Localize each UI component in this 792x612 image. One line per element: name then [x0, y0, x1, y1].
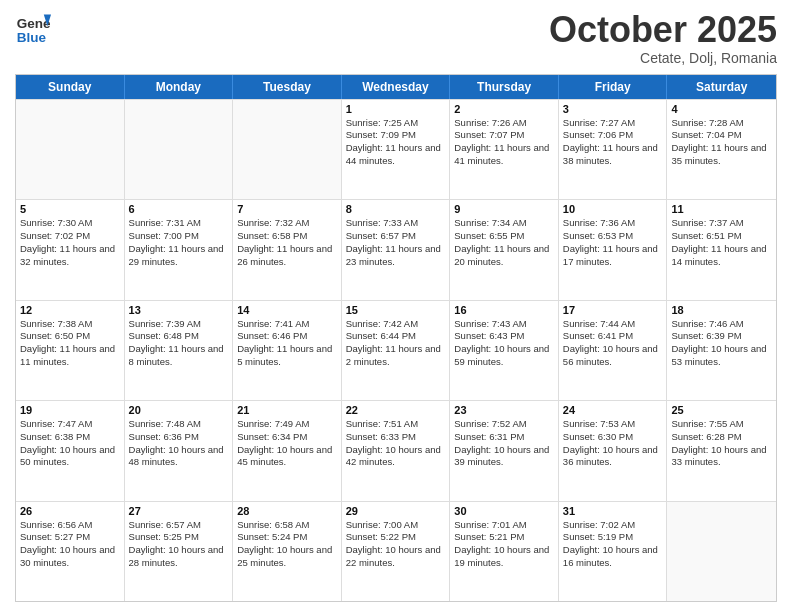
cell-info: Sunrise: 7:42 AMSunset: 6:44 PMDaylight:… [346, 318, 446, 369]
cell-info: Sunrise: 7:43 AMSunset: 6:43 PMDaylight:… [454, 318, 554, 369]
cell-info: Sunrise: 7:34 AMSunset: 6:55 PMDaylight:… [454, 217, 554, 268]
header-friday: Friday [559, 75, 668, 99]
calendar-cell-w5-d1: 26Sunrise: 6:56 AMSunset: 5:27 PMDayligh… [16, 502, 125, 601]
calendar-week-3: 12Sunrise: 7:38 AMSunset: 6:50 PMDayligh… [16, 300, 776, 400]
calendar-cell-w1-d2 [125, 100, 234, 199]
calendar-cell-w2-d3: 7Sunrise: 7:32 AMSunset: 6:58 PMDaylight… [233, 200, 342, 299]
day-number: 1 [346, 103, 446, 115]
header-wednesday: Wednesday [342, 75, 451, 99]
day-number: 30 [454, 505, 554, 517]
day-number: 21 [237, 404, 337, 416]
cell-info: Sunrise: 6:58 AMSunset: 5:24 PMDaylight:… [237, 519, 337, 570]
cell-info: Sunrise: 7:26 AMSunset: 7:07 PMDaylight:… [454, 117, 554, 168]
cell-info: Sunrise: 7:47 AMSunset: 6:38 PMDaylight:… [20, 418, 120, 469]
calendar-cell-w4-d2: 20Sunrise: 7:48 AMSunset: 6:36 PMDayligh… [125, 401, 234, 500]
calendar-cell-w5-d3: 28Sunrise: 6:58 AMSunset: 5:24 PMDayligh… [233, 502, 342, 601]
calendar-cell-w3-d1: 12Sunrise: 7:38 AMSunset: 6:50 PMDayligh… [16, 301, 125, 400]
cell-info: Sunrise: 7:39 AMSunset: 6:48 PMDaylight:… [129, 318, 229, 369]
day-number: 4 [671, 103, 772, 115]
calendar-body: 1Sunrise: 7:25 AMSunset: 7:09 PMDaylight… [16, 99, 776, 601]
cell-info: Sunrise: 7:46 AMSunset: 6:39 PMDaylight:… [671, 318, 772, 369]
calendar-week-1: 1Sunrise: 7:25 AMSunset: 7:09 PMDaylight… [16, 99, 776, 199]
calendar-cell-w2-d6: 10Sunrise: 7:36 AMSunset: 6:53 PMDayligh… [559, 200, 668, 299]
day-number: 19 [20, 404, 120, 416]
calendar-cell-w1-d1 [16, 100, 125, 199]
calendar-cell-w4-d4: 22Sunrise: 7:51 AMSunset: 6:33 PMDayligh… [342, 401, 451, 500]
month-title: October 2025 [549, 10, 777, 50]
calendar-cell-w1-d4: 1Sunrise: 7:25 AMSunset: 7:09 PMDaylight… [342, 100, 451, 199]
cell-info: Sunrise: 6:57 AMSunset: 5:25 PMDaylight:… [129, 519, 229, 570]
calendar-week-5: 26Sunrise: 6:56 AMSunset: 5:27 PMDayligh… [16, 501, 776, 601]
calendar-header: Sunday Monday Tuesday Wednesday Thursday… [16, 75, 776, 99]
day-number: 20 [129, 404, 229, 416]
calendar-cell-w3-d5: 16Sunrise: 7:43 AMSunset: 6:43 PMDayligh… [450, 301, 559, 400]
cell-info: Sunrise: 7:02 AMSunset: 5:19 PMDaylight:… [563, 519, 663, 570]
calendar-cell-w2-d2: 6Sunrise: 7:31 AMSunset: 7:00 PMDaylight… [125, 200, 234, 299]
calendar-cell-w5-d7 [667, 502, 776, 601]
calendar-cell-w1-d7: 4Sunrise: 7:28 AMSunset: 7:04 PMDaylight… [667, 100, 776, 199]
calendar-cell-w2-d5: 9Sunrise: 7:34 AMSunset: 6:55 PMDaylight… [450, 200, 559, 299]
calendar-cell-w5-d2: 27Sunrise: 6:57 AMSunset: 5:25 PMDayligh… [125, 502, 234, 601]
cell-info: Sunrise: 7:37 AMSunset: 6:51 PMDaylight:… [671, 217, 772, 268]
calendar-cell-w1-d3 [233, 100, 342, 199]
day-number: 3 [563, 103, 663, 115]
cell-info: Sunrise: 7:33 AMSunset: 6:57 PMDaylight:… [346, 217, 446, 268]
header-thursday: Thursday [450, 75, 559, 99]
cell-info: Sunrise: 7:36 AMSunset: 6:53 PMDaylight:… [563, 217, 663, 268]
calendar-cell-w1-d6: 3Sunrise: 7:27 AMSunset: 7:06 PMDaylight… [559, 100, 668, 199]
calendar: Sunday Monday Tuesday Wednesday Thursday… [15, 74, 777, 602]
title-block: October 2025 Cetate, Dolj, Romania [549, 10, 777, 66]
cell-info: Sunrise: 7:41 AMSunset: 6:46 PMDaylight:… [237, 318, 337, 369]
day-number: 9 [454, 203, 554, 215]
cell-info: Sunrise: 7:55 AMSunset: 6:28 PMDaylight:… [671, 418, 772, 469]
calendar-cell-w4-d1: 19Sunrise: 7:47 AMSunset: 6:38 PMDayligh… [16, 401, 125, 500]
calendar-cell-w4-d6: 24Sunrise: 7:53 AMSunset: 6:30 PMDayligh… [559, 401, 668, 500]
day-number: 18 [671, 304, 772, 316]
day-number: 6 [129, 203, 229, 215]
logo-icon: General Blue [15, 10, 51, 46]
calendar-week-4: 19Sunrise: 7:47 AMSunset: 6:38 PMDayligh… [16, 400, 776, 500]
cell-info: Sunrise: 7:44 AMSunset: 6:41 PMDaylight:… [563, 318, 663, 369]
day-number: 17 [563, 304, 663, 316]
cell-info: Sunrise: 7:49 AMSunset: 6:34 PMDaylight:… [237, 418, 337, 469]
cell-info: Sunrise: 7:38 AMSunset: 6:50 PMDaylight:… [20, 318, 120, 369]
calendar-cell-w1-d5: 2Sunrise: 7:26 AMSunset: 7:07 PMDaylight… [450, 100, 559, 199]
cell-info: Sunrise: 7:53 AMSunset: 6:30 PMDaylight:… [563, 418, 663, 469]
logo: General Blue [15, 10, 51, 46]
day-number: 23 [454, 404, 554, 416]
calendar-cell-w4-d3: 21Sunrise: 7:49 AMSunset: 6:34 PMDayligh… [233, 401, 342, 500]
header-sunday: Sunday [16, 75, 125, 99]
calendar-cell-w3-d7: 18Sunrise: 7:46 AMSunset: 6:39 PMDayligh… [667, 301, 776, 400]
day-number: 14 [237, 304, 337, 316]
calendar-cell-w2-d4: 8Sunrise: 7:33 AMSunset: 6:57 PMDaylight… [342, 200, 451, 299]
calendar-cell-w3-d4: 15Sunrise: 7:42 AMSunset: 6:44 PMDayligh… [342, 301, 451, 400]
cell-info: Sunrise: 7:48 AMSunset: 6:36 PMDaylight:… [129, 418, 229, 469]
header-saturday: Saturday [667, 75, 776, 99]
cell-info: Sunrise: 6:56 AMSunset: 5:27 PMDaylight:… [20, 519, 120, 570]
calendar-cell-w3-d3: 14Sunrise: 7:41 AMSunset: 6:46 PMDayligh… [233, 301, 342, 400]
day-number: 15 [346, 304, 446, 316]
day-number: 13 [129, 304, 229, 316]
cell-info: Sunrise: 7:51 AMSunset: 6:33 PMDaylight:… [346, 418, 446, 469]
calendar-cell-w5-d5: 30Sunrise: 7:01 AMSunset: 5:21 PMDayligh… [450, 502, 559, 601]
calendar-cell-w3-d6: 17Sunrise: 7:44 AMSunset: 6:41 PMDayligh… [559, 301, 668, 400]
day-number: 28 [237, 505, 337, 517]
cell-info: Sunrise: 7:31 AMSunset: 7:00 PMDaylight:… [129, 217, 229, 268]
calendar-cell-w2-d7: 11Sunrise: 7:37 AMSunset: 6:51 PMDayligh… [667, 200, 776, 299]
header-monday: Monday [125, 75, 234, 99]
cell-info: Sunrise: 7:32 AMSunset: 6:58 PMDaylight:… [237, 217, 337, 268]
cell-info: Sunrise: 7:00 AMSunset: 5:22 PMDaylight:… [346, 519, 446, 570]
day-number: 8 [346, 203, 446, 215]
day-number: 12 [20, 304, 120, 316]
calendar-cell-w5-d4: 29Sunrise: 7:00 AMSunset: 5:22 PMDayligh… [342, 502, 451, 601]
day-number: 11 [671, 203, 772, 215]
calendar-cell-w4-d5: 23Sunrise: 7:52 AMSunset: 6:31 PMDayligh… [450, 401, 559, 500]
calendar-cell-w3-d2: 13Sunrise: 7:39 AMSunset: 6:48 PMDayligh… [125, 301, 234, 400]
day-number: 22 [346, 404, 446, 416]
cell-info: Sunrise: 7:25 AMSunset: 7:09 PMDaylight:… [346, 117, 446, 168]
day-number: 31 [563, 505, 663, 517]
svg-text:Blue: Blue [17, 30, 47, 45]
day-number: 29 [346, 505, 446, 517]
calendar-cell-w5-d6: 31Sunrise: 7:02 AMSunset: 5:19 PMDayligh… [559, 502, 668, 601]
calendar-week-2: 5Sunrise: 7:30 AMSunset: 7:02 PMDaylight… [16, 199, 776, 299]
